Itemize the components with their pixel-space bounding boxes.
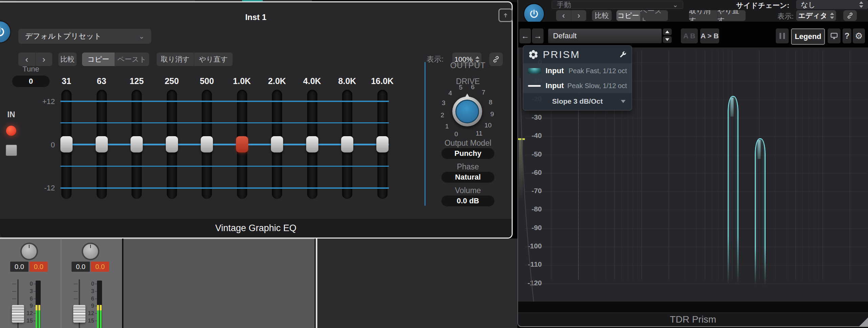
prism-flower-icon [528,49,539,60]
next-preset-button[interactable]: › [571,10,586,21]
series-name: Input [546,81,564,90]
ab-toggle-button[interactable]: A B [681,28,698,43]
drive-scale-number: 11 [473,130,485,137]
fader-scale-number: 15 [23,317,33,324]
preset-name-field[interactable]: Default [548,28,662,43]
plugin-name-footer: TDR Prism [518,312,868,326]
legend-row-fast[interactable]: Input Peak Fast, 1/12 oct [523,63,632,78]
fader-scale-number: 15 [84,317,94,324]
drive-scale-number: 7 [478,89,489,96]
link-button[interactable] [843,10,857,21]
help-button[interactable]: ? [843,28,851,43]
drive-scale-number: 8 [485,99,496,106]
freq-gridline [850,51,850,280]
volume-value-box[interactable]: 0.0 [72,262,90,272]
chevron-down-icon: ⌄ [672,1,678,9]
freq-minor-gridline [685,51,685,280]
freq-minor-gridline [803,51,803,280]
phase-label: Phase [437,162,498,171]
sidechain-stepper-icon [859,1,863,8]
output-model-value[interactable]: Punchy [441,148,494,159]
pan-value-box[interactable]: 0.0 [91,262,109,272]
link-icon [846,12,854,19]
freq-minor-gridline [696,51,696,280]
freq-gridline [823,51,823,280]
undo-button[interactable]: 取り消す [689,10,717,21]
freq-minor-gridline [637,51,638,280]
legend-row-slow[interactable]: Input Peak Slow, 1/12 oct [523,78,632,93]
plugin-toolbar-row: ‹ › 比較 コピー ペースト 取り消す やり直す 表示: エディタ [518,9,868,22]
redo-button[interactable]: やり直す [717,10,746,21]
slope-dropdown[interactable]: Slope 3 dB/Oct [523,93,632,109]
automation-value: 手動 [557,0,571,9]
sidechain-dropdown[interactable]: なし [796,0,868,9]
freq-minor-gridline [818,51,819,280]
view-label: 表示: [777,12,794,21]
level-meter [36,281,41,328]
freq-gridline [642,51,642,280]
db-tick-label: -30 [518,113,542,121]
preset-name: Default [553,32,577,40]
compare-button[interactable]: 比較 [592,10,612,21]
resize-grip-icon[interactable] [859,317,868,326]
forward-arrow-button[interactable]: → [532,28,544,43]
peak-glow [730,98,734,117]
power-icon [529,9,539,19]
fader-scale-number: 9 [23,303,33,309]
view-mode-dropdown[interactable]: エディタ [796,10,836,21]
freq-minor-gridline [723,51,724,280]
back-arrow-button[interactable]: ← [519,28,531,43]
monitor-icon [830,32,838,40]
level-meter [97,281,102,328]
volume-value[interactable]: 0.0 dB [441,196,494,206]
drive-scale: 01234567891011 [0,2,512,238]
strip-divider [61,239,61,328]
knob-tick-icon [29,245,29,248]
pan-value-box[interactable]: 0.0 [29,262,48,272]
pan-knob[interactable] [20,243,38,260]
preset-up-button[interactable] [663,28,672,35]
automation-dropdown[interactable]: 手動 ⌄ [552,1,683,9]
peak-glow [757,140,761,159]
wrench-icon[interactable] [619,50,627,59]
monitor-button[interactable] [828,28,841,43]
freq-minor-gridline [775,51,775,280]
volume-value-box[interactable]: 0.0 [10,262,28,272]
drive-scale-number: 10 [482,122,494,129]
drive-scale-number: 0 [451,130,462,138]
series-name: Input [546,66,564,75]
sidechain-label: サイドチェーン: [722,1,789,10]
legend-button[interactable]: Legend [791,28,825,45]
copy-button[interactable]: コピー [616,10,640,21]
paste-button[interactable]: ペースト [640,10,668,21]
db-tick-label: -90 [518,224,542,232]
fader-handle[interactable] [12,305,24,323]
legend-panel-header: PRISM [523,46,632,63]
power-button[interactable] [524,4,544,24]
settings-button[interactable]: ⚙ [853,28,865,43]
prism-legend-panel: PRISM Input Peak Fast, 1/12 oct Input Pe… [523,45,632,110]
slope-value: Slope 3 dB/Oct [552,97,603,105]
pan-knob[interactable] [82,243,99,260]
chevron-down-icon [621,100,626,103]
ab-copy-button[interactable]: A > B [700,28,719,43]
view-stepper-icon [830,13,834,19]
drive-scale-number: 5 [455,84,467,91]
freq-gridline [669,51,669,280]
fader-handle[interactable] [73,305,85,323]
output-model-label: Output Model [437,139,498,148]
freq-minor-gridline [712,51,712,280]
eq-plugin-window: Inst 1 デフォルトプリセット ⌄ ‹ › 比較 コピー ペースト 取り消す… [0,1,513,239]
phase-value[interactable]: Natural [441,172,494,183]
freq-minor-gridline [633,51,633,280]
fader-tick [12,291,16,292]
spectrum-peak [755,138,766,290]
pause-button[interactable] [776,28,789,43]
freq-minor-gridline [814,51,814,280]
prism-plugin-window: 手動 ⌄ サイドチェーン: なし ‹ › 比較 コピー [517,0,868,327]
sidechain-value: なし [801,0,815,9]
prev-preset-button[interactable]: ‹ [556,10,571,21]
fader-tick [74,291,78,292]
preset-down-button[interactable] [663,36,672,43]
copy-paste-group: コピー ペースト [616,10,668,21]
